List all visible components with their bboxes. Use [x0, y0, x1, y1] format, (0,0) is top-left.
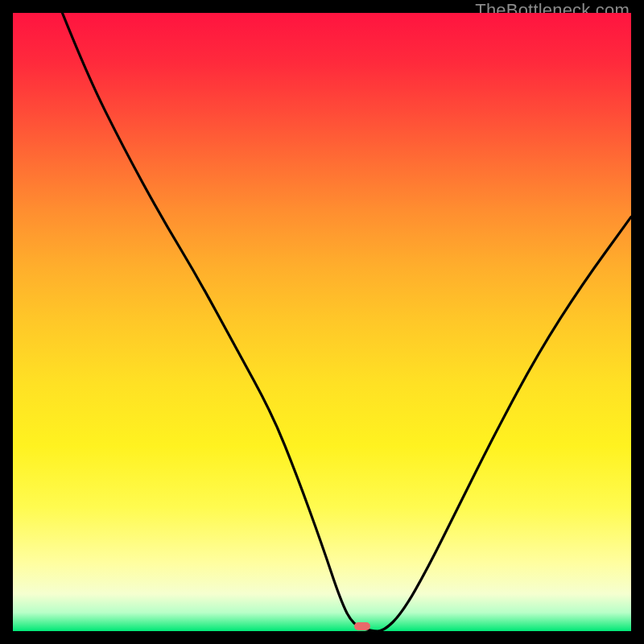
- optimal-point-marker: [354, 622, 370, 630]
- plot-area: [13, 13, 631, 631]
- bottleneck-curve: [13, 13, 631, 631]
- chart-frame: TheBottleneck.com: [0, 0, 644, 644]
